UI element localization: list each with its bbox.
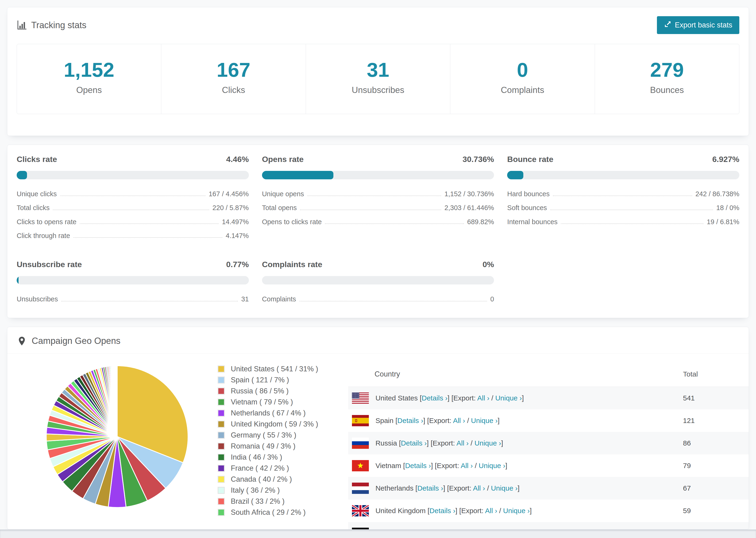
bar-chart-icon <box>17 20 27 30</box>
detail-value: 31 <box>241 295 249 303</box>
russia-flag-icon <box>352 438 369 449</box>
legend-swatch <box>218 377 225 384</box>
rate-detail-row: Total opens2,303 / 61.446% <box>262 204 494 212</box>
progress-fill <box>262 171 333 179</box>
rate-detail-row: Total clicks220 / 5.87% <box>17 204 249 212</box>
country-name-and-links: Spain [Details ›] [Export: All › / Uniqu… <box>375 417 500 425</box>
legend-item-germany: Germany ( 55 / 3% ) <box>218 431 318 439</box>
rate-title: Bounce rate <box>507 155 553 164</box>
country-column-header: Country <box>348 370 683 378</box>
rate-value: 30.736% <box>462 155 494 164</box>
legend-label: Russia ( 86 / 5% ) <box>231 387 289 395</box>
bracket: [ <box>401 462 405 469</box>
export-all-link[interactable]: All › <box>485 507 497 514</box>
stat-value: 1,152 <box>17 58 161 81</box>
export-unique-link[interactable]: Unique › <box>503 507 530 514</box>
export-unique-link[interactable]: Unique › <box>474 439 501 447</box>
export-unique-link[interactable]: Unique › <box>495 394 522 402</box>
country-cell: Spain [Details ›] [Export: All › / Uniqu… <box>348 415 683 426</box>
page-bottom-band <box>0 529 756 538</box>
rate-detail-row: Unsubscribes31 <box>17 295 249 303</box>
country-name-and-links: Russia [Details ›] [Export: All › / Uniq… <box>375 439 503 447</box>
country-cell: United Kingdom [Details ›] [Export: All … <box>348 505 683 516</box>
legend-swatch <box>218 476 225 483</box>
bracket: [ <box>426 507 430 514</box>
rate-detail-rows: Unsubscribes31 <box>17 295 249 303</box>
bracket: ] <box>498 417 499 424</box>
detail-label: Unique clicks <box>17 190 57 198</box>
legend-swatch <box>218 388 225 395</box>
country-name-and-links: United Kingdom [Details ›] [Export: All … <box>375 507 531 515</box>
legend-item-vietnam: Vietnam ( 79 / 5% ) <box>218 398 318 406</box>
bracket: [ <box>397 439 401 447</box>
table-row: Netherlands [Details ›] [Export: All › /… <box>348 477 749 500</box>
export-unique-link[interactable]: Unique › <box>479 462 505 469</box>
details-link[interactable]: Details › <box>398 417 423 424</box>
stat-value: 0 <box>450 58 594 81</box>
country-cell: Vietnam [Details ›] [Export: All › / Uni… <box>348 460 683 471</box>
legend-label: United Kingdom ( 59 / 3% ) <box>231 420 318 428</box>
legend-label: Romania ( 49 / 3% ) <box>231 442 296 451</box>
table-row: United States [Details ›] [Export: All ›… <box>348 387 749 409</box>
bracket: ] [ <box>427 439 433 447</box>
rate-block-opens-rate: Opens rate30.736%Unique opens1,152 / 30.… <box>262 155 494 240</box>
legend-item-romania: Romania ( 49 / 3% ) <box>218 442 318 451</box>
stat-value: 31 <box>306 58 450 81</box>
tracking-stats-card: Tracking stats Export basic stats 1,152O… <box>7 7 749 136</box>
export-button-label: Export basic stats <box>675 21 732 29</box>
detail-label: Clicks to opens rate <box>17 218 77 226</box>
export-all-link[interactable]: All › <box>473 484 485 492</box>
legend-item-spain: Spain ( 121 / 7% ) <box>218 376 318 384</box>
summary-stats-row: 1,152Opens167Clicks31Unsubscribes0Compla… <box>17 44 739 114</box>
bracket: / <box>489 394 495 402</box>
table-row-partial <box>348 522 749 529</box>
campaign-geo-opens-card: Campaign Geo Opens United States ( 541 /… <box>7 327 749 529</box>
progress-track-unsubscribe-rate <box>17 276 249 285</box>
details-link[interactable]: Details › <box>422 394 448 402</box>
details-link[interactable]: Details › <box>417 484 443 492</box>
total-cell: 121 <box>683 417 749 425</box>
progress-fill <box>507 171 523 179</box>
detail-value: 2,303 / 61.446% <box>445 204 494 212</box>
export-all-link[interactable]: All › <box>453 417 465 424</box>
export-basic-stats-button[interactable]: Export basic stats <box>657 16 739 34</box>
legend-swatch <box>218 443 225 450</box>
details-link[interactable]: Details › <box>401 439 427 447</box>
rate-head: Unsubscribe rate0.77% <box>17 260 249 269</box>
total-cell: 67 <box>683 484 749 492</box>
country-name: United States <box>375 394 418 402</box>
export-all-link[interactable]: All › <box>457 439 469 447</box>
export-all-link[interactable]: All › <box>460 462 473 469</box>
dotted-leader <box>80 224 219 224</box>
details-link[interactable]: Details › <box>405 462 431 469</box>
united-kingdom-flag-icon <box>352 505 369 516</box>
dotted-leader <box>550 210 713 210</box>
bracket: ] [ <box>448 394 453 402</box>
export-unique-link[interactable]: Unique › <box>491 484 517 492</box>
export-label: Export: <box>437 462 460 469</box>
summary-stat-clicks: 167Clicks <box>161 44 305 114</box>
rate-title: Clicks rate <box>17 155 57 164</box>
details-link[interactable]: Details › <box>429 507 455 514</box>
rate-head: Bounce rate6.927% <box>507 155 739 164</box>
stat-value: 167 <box>161 58 305 81</box>
legend-label: Vietnam ( 79 / 5% ) <box>231 398 293 406</box>
export-all-link[interactable]: All › <box>477 394 490 402</box>
legend-item-brazil: Brazil ( 33 / 2% ) <box>218 497 318 506</box>
export-label: Export: <box>461 507 485 514</box>
bracket: ] [ <box>455 507 461 514</box>
export-label: Export: <box>433 439 457 447</box>
progress-track-clicks-rate <box>17 171 249 179</box>
rate-detail-row: Complaints0 <box>262 295 494 303</box>
pie-svg <box>44 364 190 510</box>
legend-label: Spain ( 121 / 7% ) <box>231 376 289 384</box>
rate-detail-row: Hard bounces242 / 86.738% <box>507 190 739 198</box>
country-name-and-links: United States [Details ›] [Export: All ›… <box>375 394 524 402</box>
geo-pie-chart <box>44 364 190 510</box>
rate-block-unsubscribe-rate: Unsubscribe rate0.77%Unsubscribes31 <box>17 260 249 303</box>
export-label: Export: <box>429 417 453 424</box>
rate-head: Complaints rate0% <box>262 260 494 269</box>
export-unique-link[interactable]: Unique › <box>471 417 498 424</box>
table-row: Russia [Details ›] [Export: All › / Uniq… <box>348 432 749 455</box>
legend-item-india: India ( 46 / 3% ) <box>218 453 318 461</box>
